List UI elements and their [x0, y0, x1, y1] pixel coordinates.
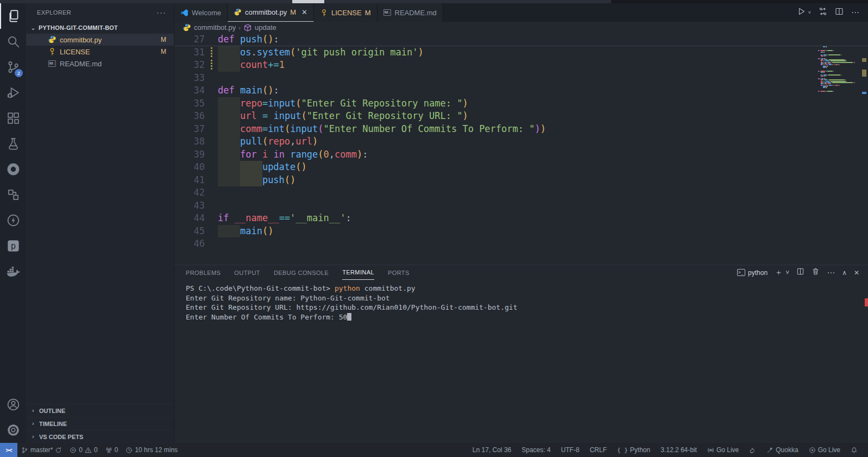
status-quokka[interactable]: Quokka — [763, 443, 802, 457]
gutter — [205, 46, 218, 59]
panel-tab-terminal[interactable]: TERMINAL — [342, 265, 374, 280]
activity-explorer-icon[interactable] — [0, 3, 26, 29]
file-item-license[interactable]: LICENSEM — [26, 46, 174, 58]
line-number[interactable]: 33 — [174, 72, 205, 85]
activity-docker-icon[interactable] — [0, 259, 26, 284]
activity-flow-diagram-icon[interactable] — [0, 182, 26, 208]
line-number[interactable]: 35 — [174, 97, 205, 110]
run-or-debug-icon[interactable] — [819, 7, 827, 18]
line-number[interactable]: 41 — [174, 174, 205, 187]
section-label: VS CODE PETS — [39, 434, 83, 440]
activity-run-and-debug-icon[interactable] — [0, 80, 26, 105]
tab-welcome[interactable]: Welcome — [174, 3, 228, 22]
code-editor[interactable]: 27def push(): 31 os.system('git push ori… — [174, 33, 868, 265]
launch-profile-dropdown-icon[interactable]: ˅ — [785, 269, 789, 277]
more-actions-icon[interactable]: ⋯ — [851, 8, 859, 17]
status-radio-tower[interactable]: 0 — [102, 443, 122, 457]
line-number[interactable]: 32 — [174, 59, 205, 72]
python-file-icon — [48, 35, 56, 44]
split-editor-icon[interactable] — [835, 7, 844, 18]
more-actions-icon[interactable]: ··· — [156, 10, 166, 15]
line-number[interactable]: 37 — [174, 123, 205, 136]
line-number[interactable]: 42 — [174, 186, 205, 199]
code-line-37: 37 comm=int(input("Enter Number Of Commi… — [174, 123, 868, 136]
status-go-live-2[interactable]: Go Live — [805, 443, 844, 457]
close-panel-icon[interactable]: ✕ — [854, 269, 859, 277]
line-number[interactable]: 45 — [174, 225, 205, 238]
status-language-mode[interactable]: { }Python — [613, 443, 654, 457]
code-line-42: 42 — [174, 186, 868, 199]
breadcrumb: commitbot.py › update — [174, 22, 868, 33]
activity-extensions-icon[interactable] — [0, 105, 26, 131]
status-cursor-position[interactable]: Ln 17, Col 36 — [469, 443, 515, 457]
line-number[interactable]: 38 — [174, 135, 205, 148]
activity-source-control-icon[interactable]: 2 — [0, 54, 26, 80]
braces-icon: { } — [617, 447, 628, 454]
markdown-icon: M↓ — [383, 9, 392, 17]
line-number[interactable]: 46 — [174, 237, 205, 251]
new-terminal-icon[interactable]: ＋ — [775, 268, 782, 278]
split-terminal-icon[interactable] — [796, 267, 804, 278]
status-time-tracker[interactable]: 10 hrs 12 mins — [122, 443, 181, 457]
line-number[interactable]: 31 — [174, 46, 205, 59]
remote-indicator[interactable]: >< — [0, 443, 17, 457]
file-item-commitbot.py[interactable]: commitbot.pyM — [26, 34, 174, 46]
panel-tab-ports[interactable]: PORTS — [388, 265, 410, 280]
kill-terminal-icon[interactable] — [812, 267, 820, 278]
more-actions-icon[interactable]: ⋯ — [827, 268, 835, 278]
sidebar-section-timeline[interactable]: ›TIMELINE — [26, 417, 174, 430]
status-label: 10 hrs 12 mins — [135, 446, 178, 454]
activity-thunder-client-icon[interactable] — [0, 208, 26, 233]
gutter — [205, 161, 218, 174]
line-number[interactable]: 43 — [174, 199, 205, 212]
line-number[interactable]: 39 — [174, 148, 205, 161]
activity-accounts-icon[interactable] — [0, 392, 26, 417]
maximize-panel-icon[interactable]: ∧ — [842, 269, 847, 277]
tab-commitbot-py[interactable]: commitbot.pyM✕ — [228, 3, 314, 22]
status-notifications[interactable] — [847, 443, 861, 457]
activity-testing-icon[interactable] — [0, 131, 26, 156]
sidebar-section-vs-code-pets[interactable]: ›VS CODE PETS — [26, 430, 174, 443]
line-number[interactable]: 44 — [174, 212, 205, 225]
status-encoding[interactable]: UTF-8 — [557, 443, 583, 457]
gutter — [205, 186, 218, 199]
terminal-output[interactable]: PS C:\.code\Python-Git-commit-bot> pytho… — [174, 280, 868, 322]
file-item-readme.md[interactable]: M↓README.md — [26, 58, 174, 70]
panel-tab-debug-console[interactable]: DEBUG CONSOLE — [274, 265, 329, 280]
activity-edge-devtools-icon[interactable] — [0, 156, 26, 182]
tab-readme-md[interactable]: M↓README.md — [378, 3, 443, 22]
activity-search-icon[interactable] — [0, 29, 26, 54]
activity-postman-icon[interactable]: p — [0, 233, 26, 259]
panel-tab-problems[interactable]: PROBLEMS — [186, 265, 221, 280]
line-number[interactable]: 40 — [174, 161, 205, 174]
status-go-live[interactable]: Go Live — [703, 443, 743, 457]
tab-license[interactable]: LICENSEM — [314, 3, 377, 22]
explorer-empty-space — [26, 70, 174, 404]
explorer-section-header[interactable]: ⌄ PYTHON-GIT-COMMIT-BOT — [26, 22, 174, 34]
panel-tab-output[interactable]: OUTPUT — [234, 265, 260, 280]
code-text: def main(): — [218, 84, 868, 97]
status-pet[interactable] — [745, 443, 760, 457]
run-python-file-icon[interactable] — [797, 7, 806, 18]
status-python-interpreter[interactable]: 3.12.2 64-bit — [657, 443, 701, 457]
status-git-branch[interactable]: master* — [17, 443, 66, 457]
code-line-33: 33 — [174, 72, 868, 85]
run-dropdown-icon[interactable]: ˅ — [808, 10, 811, 15]
status-end-of-line[interactable]: CRLF — [586, 443, 611, 457]
overview-ruler[interactable] — [860, 33, 868, 265]
sidebar-section-outline[interactable]: ›OUTLINE — [26, 404, 174, 417]
terminal-instance-python[interactable]: >_python — [737, 269, 768, 277]
close-icon[interactable]: ✕ — [301, 8, 307, 16]
code-text: def push(): — [218, 33, 868, 46]
warning-icon — [85, 447, 92, 454]
status-problems[interactable]: 00 — [66, 443, 101, 457]
activity-settings-icon[interactable] — [0, 417, 26, 443]
line-number[interactable]: 27 — [174, 33, 205, 46]
status-indentation[interactable]: Spaces: 4 — [518, 443, 554, 457]
line-number[interactable]: 36 — [174, 110, 205, 123]
code-text: update() — [218, 161, 868, 174]
line-number[interactable]: 34 — [174, 84, 205, 97]
breadcrumb-file[interactable]: commitbot.py — [194, 23, 236, 32]
breadcrumb-symbol[interactable]: update — [255, 23, 276, 32]
status-label: 3.12.2 64-bit — [661, 446, 697, 454]
